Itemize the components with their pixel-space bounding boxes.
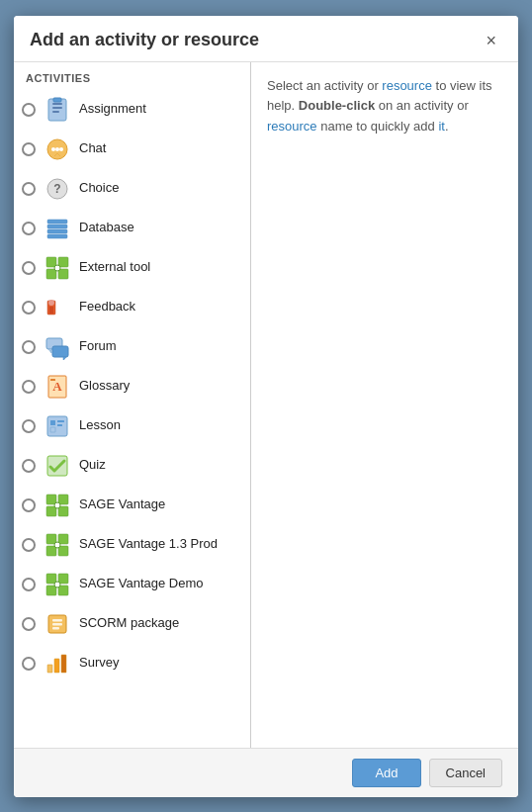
list-item[interactable]: Chat xyxy=(14,130,250,169)
double-click-text: Double-click xyxy=(299,98,375,113)
sage-vantage-demo-icon xyxy=(44,571,71,598)
item-label-choice: Choice xyxy=(79,180,119,197)
radio-lesson[interactable] xyxy=(22,419,36,433)
svg-rect-16 xyxy=(58,257,68,267)
svg-rect-23 xyxy=(49,307,53,314)
list-item[interactable]: SAGE Vantage xyxy=(14,486,250,525)
svg-rect-33 xyxy=(57,424,62,426)
svg-rect-25 xyxy=(52,346,68,357)
svg-point-22 xyxy=(48,300,54,306)
svg-point-7 xyxy=(55,147,59,151)
left-panel: ACTIVITIES Assignment xyxy=(14,62,251,748)
svg-text:?: ? xyxy=(53,182,60,196)
dialog-header: Add an activity or resource × xyxy=(14,16,518,62)
list-item[interactable]: Assignment xyxy=(14,90,250,130)
svg-rect-3 xyxy=(52,111,59,113)
svg-point-6 xyxy=(51,147,55,151)
list-item[interactable]: SCORM package xyxy=(14,604,250,644)
radio-quiz[interactable] xyxy=(22,459,36,473)
close-button[interactable]: × xyxy=(480,30,502,51)
list-item[interactable]: ? Choice xyxy=(14,169,250,209)
svg-text:A: A xyxy=(52,379,62,394)
svg-rect-35 xyxy=(46,495,56,504)
forum-icon xyxy=(44,333,71,361)
svg-rect-4 xyxy=(53,98,61,102)
list-item[interactable]: Database xyxy=(14,209,250,248)
item-label-scorm: SCORM package xyxy=(79,615,179,632)
assignment-icon xyxy=(44,96,71,124)
item-label-sage-vantage: SAGE Vantage xyxy=(79,496,165,513)
svg-rect-30 xyxy=(50,420,55,425)
resource-link-2[interactable]: resource xyxy=(267,119,317,134)
item-label-sage-vantage-demo: SAGE Vantage Demo xyxy=(79,576,204,592)
radio-sage-vantage-13[interactable] xyxy=(22,538,36,552)
section-header-activities: ACTIVITIES xyxy=(14,62,250,90)
list-item[interactable]: SAGE Vantage Demo xyxy=(14,565,250,604)
svg-rect-14 xyxy=(47,234,67,238)
help-text: Select an activity or resource to view i… xyxy=(267,76,502,137)
lesson-icon xyxy=(44,412,71,440)
item-label-survey: Survey xyxy=(79,655,119,672)
svg-rect-40 xyxy=(46,534,56,544)
radio-choice[interactable] xyxy=(22,182,36,196)
radio-assignment[interactable] xyxy=(22,103,36,117)
scroll-area[interactable]: ACTIVITIES Assignment xyxy=(14,62,250,748)
quiz-icon xyxy=(44,452,71,480)
svg-rect-13 xyxy=(47,229,67,233)
radio-sage-vantage-demo[interactable] xyxy=(22,578,36,591)
radio-survey[interactable] xyxy=(22,657,36,671)
list-item[interactable]: SAGE Vantage 1.3 Prod xyxy=(14,525,250,565)
svg-rect-47 xyxy=(58,574,68,584)
radio-chat[interactable] xyxy=(22,142,36,156)
add-button[interactable]: Add xyxy=(352,759,420,787)
svg-rect-32 xyxy=(57,420,64,422)
survey-icon xyxy=(44,650,71,677)
svg-rect-49 xyxy=(58,586,68,595)
svg-rect-42 xyxy=(46,546,56,556)
svg-rect-36 xyxy=(58,495,68,504)
svg-rect-18 xyxy=(58,269,68,279)
item-label-assignment: Assignment xyxy=(79,101,146,118)
choice-icon: ? xyxy=(44,175,71,203)
svg-rect-53 xyxy=(52,623,62,626)
dialog-body: ACTIVITIES Assignment xyxy=(14,62,518,748)
radio-glossary[interactable] xyxy=(22,380,36,394)
svg-rect-17 xyxy=(46,269,56,279)
svg-rect-41 xyxy=(58,534,68,544)
list-item[interactable]: Feedback xyxy=(14,288,250,327)
svg-rect-31 xyxy=(50,427,55,432)
list-item[interactable]: External tool xyxy=(14,248,250,288)
svg-point-19 xyxy=(54,265,60,271)
list-item[interactable]: Forum xyxy=(14,327,250,367)
svg-point-8 xyxy=(59,147,63,151)
resource-link-1[interactable]: resource xyxy=(382,78,432,93)
cancel-button[interactable]: Cancel xyxy=(429,759,502,787)
list-item[interactable]: Quiz xyxy=(14,446,250,486)
radio-external-tool[interactable] xyxy=(22,261,36,275)
svg-rect-12 xyxy=(47,225,67,228)
radio-forum[interactable] xyxy=(22,340,36,354)
radio-feedback[interactable] xyxy=(22,301,36,315)
radio-database[interactable] xyxy=(22,222,36,235)
svg-rect-29 xyxy=(47,416,67,436)
item-label-external-tool: External tool xyxy=(79,259,150,276)
svg-point-39 xyxy=(54,502,60,508)
sage-vantage-icon xyxy=(44,492,71,519)
svg-rect-55 xyxy=(47,665,52,673)
radio-sage-vantage[interactable] xyxy=(22,498,36,512)
svg-rect-37 xyxy=(46,506,56,516)
sage-vantage-13-icon xyxy=(44,531,71,559)
list-item[interactable]: A Glossary xyxy=(14,367,250,406)
it-link[interactable]: it xyxy=(438,119,445,134)
svg-rect-28 xyxy=(50,379,55,381)
svg-rect-46 xyxy=(46,574,56,584)
radio-scorm[interactable] xyxy=(22,617,36,631)
item-label-glossary: Glossary xyxy=(79,378,130,395)
list-item[interactable]: Lesson xyxy=(14,406,250,446)
list-item[interactable]: Survey xyxy=(14,644,250,683)
item-label-quiz: Quiz xyxy=(79,457,106,474)
item-label-database: Database xyxy=(79,220,134,236)
feedback-icon xyxy=(44,294,71,321)
svg-rect-11 xyxy=(47,220,67,224)
svg-rect-52 xyxy=(52,619,62,622)
